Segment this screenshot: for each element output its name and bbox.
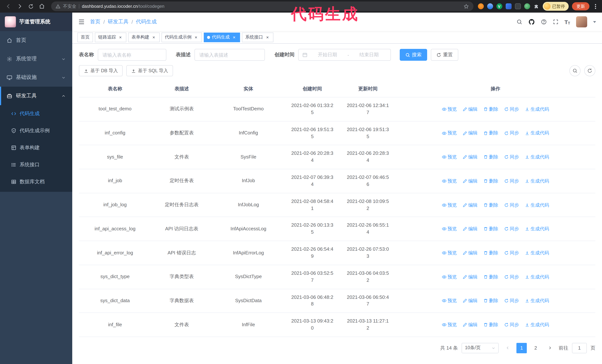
edit-link[interactable]: 编辑: [463, 226, 478, 232]
date-range-picker[interactable]: 开始日期 - 结束日期: [298, 49, 391, 61]
edit-link[interactable]: 编辑: [463, 298, 478, 304]
user-avatar[interactable]: [576, 16, 587, 27]
sync-link[interactable]: 同步: [504, 106, 519, 113]
extension-icon-3[interactable]: V: [496, 3, 502, 9]
browser-home-button[interactable]: [37, 1, 47, 11]
preview-link[interactable]: 预览: [442, 298, 457, 304]
import-sql-button[interactable]: 基于 SQL 导入: [127, 65, 173, 76]
edit-link[interactable]: 编辑: [463, 154, 478, 160]
generate-code-link[interactable]: 生成代码: [525, 273, 549, 280]
table-name-input[interactable]: [98, 49, 166, 61]
generate-code-link[interactable]: 生成代码: [525, 106, 549, 113]
breadcrumb-dev-tools[interactable]: 研发工具: [108, 19, 129, 25]
preview-link[interactable]: 预览: [442, 106, 457, 113]
next-page-button[interactable]: [545, 343, 555, 353]
fullscreen-button[interactable]: [553, 19, 559, 25]
import-db-button[interactable]: 基于 DB 导入: [79, 65, 123, 76]
profile-paused-badge[interactable]: 已暂停: [543, 2, 569, 11]
sidebar-item-system-api[interactable]: 系统接口: [0, 156, 72, 173]
delete-link[interactable]: 删除: [484, 322, 498, 328]
extension-icon-6[interactable]: [524, 3, 530, 9]
delete-link[interactable]: 删除: [484, 273, 498, 280]
edit-link[interactable]: 编辑: [463, 178, 478, 184]
prev-page-button[interactable]: [502, 343, 513, 353]
close-icon[interactable]: ×: [118, 35, 123, 40]
sync-link[interactable]: 同步: [504, 322, 519, 328]
refresh-table-button[interactable]: [584, 65, 595, 76]
generate-code-link[interactable]: 生成代码: [525, 250, 549, 256]
sync-link[interactable]: 同步: [504, 226, 519, 232]
sidebar-item-infrastructure[interactable]: 基础设施: [0, 68, 72, 87]
app-logo[interactable]: 芋道管理系统: [0, 13, 72, 31]
edit-link[interactable]: 编辑: [463, 106, 478, 113]
tab-home[interactable]: 首页: [77, 32, 93, 42]
extensions-puzzle-icon[interactable]: [533, 3, 539, 9]
bookmark-star-icon[interactable]: [463, 3, 469, 9]
sidebar-item-dev-tools[interactable]: 研发工具: [0, 87, 72, 105]
preview-link[interactable]: 预览: [442, 130, 457, 136]
sidebar-item-system-management[interactable]: 系统管理: [0, 50, 72, 68]
delete-link[interactable]: 删除: [484, 106, 498, 113]
extension-icon-1[interactable]: [478, 3, 484, 9]
goto-page-input[interactable]: [572, 343, 587, 353]
preview-link[interactable]: 预览: [442, 226, 457, 232]
header-search-button[interactable]: [516, 19, 522, 25]
generate-code-link[interactable]: 生成代码: [525, 130, 549, 136]
tab-form-builder[interactable]: 表单构建 ×: [128, 32, 160, 42]
page-size-select[interactable]: 10条/页: [462, 343, 499, 353]
tab-trace[interactable]: 链路追踪 ×: [95, 32, 126, 42]
tab-codegen-example[interactable]: 代码生成示例 ×: [161, 32, 202, 42]
breadcrumb-home[interactable]: 首页: [90, 19, 100, 25]
generate-code-link[interactable]: 生成代码: [525, 226, 549, 232]
edit-link[interactable]: 编辑: [463, 250, 478, 256]
sync-link[interactable]: 同步: [504, 130, 519, 136]
sidebar-item-home[interactable]: 首页: [0, 31, 72, 50]
tab-system-api[interactable]: 系统接口 ×: [242, 32, 273, 42]
close-icon[interactable]: ×: [151, 35, 156, 40]
generate-code-link[interactable]: 生成代码: [525, 154, 549, 160]
delete-link[interactable]: 删除: [484, 298, 498, 304]
browser-reload-button[interactable]: [26, 1, 36, 11]
preview-link[interactable]: 预览: [442, 178, 457, 184]
edit-link[interactable]: 编辑: [463, 273, 478, 280]
browser-forward-button[interactable]: [15, 1, 24, 11]
edit-link[interactable]: 编辑: [463, 130, 478, 136]
preview-link[interactable]: 预览: [442, 154, 457, 160]
generate-code-link[interactable]: 生成代码: [525, 298, 549, 304]
delete-link[interactable]: 删除: [484, 178, 498, 184]
sidebar-item-form-builder[interactable]: 表单构建: [0, 139, 72, 156]
help-button[interactable]: [541, 19, 547, 25]
generate-code-link[interactable]: 生成代码: [525, 322, 549, 328]
preview-link[interactable]: 预览: [442, 250, 457, 256]
close-icon[interactable]: ×: [194, 35, 199, 40]
delete-link[interactable]: 删除: [484, 226, 498, 232]
close-icon[interactable]: ×: [265, 35, 270, 40]
toggle-search-button[interactable]: [570, 65, 580, 76]
delete-link[interactable]: 删除: [484, 250, 498, 256]
preview-link[interactable]: 预览: [442, 273, 457, 280]
generate-code-link[interactable]: 生成代码: [525, 178, 549, 184]
page-button-1[interactable]: 1: [516, 343, 527, 353]
browser-back-button[interactable]: [4, 1, 13, 11]
address-bar[interactable]: 不安全 dashboard.yudao.iocoder.cn/tool/code…: [51, 1, 473, 11]
close-icon[interactable]: ×: [232, 35, 237, 40]
edit-link[interactable]: 编辑: [463, 322, 478, 328]
edit-link[interactable]: 编辑: [463, 202, 478, 208]
sync-link[interactable]: 同步: [504, 202, 519, 208]
hamburger-icon[interactable]: [78, 19, 85, 25]
sidebar-item-codegen[interactable]: 代码生成: [0, 105, 72, 122]
caret-down-icon[interactable]: [593, 21, 596, 23]
delete-link[interactable]: 删除: [484, 154, 498, 160]
sidebar-item-codegen-example[interactable]: 代码生成示例: [0, 122, 72, 139]
sync-link[interactable]: 同步: [504, 250, 519, 256]
reset-button[interactable]: 重置: [431, 49, 458, 61]
preview-link[interactable]: 预览: [442, 322, 457, 328]
tab-codegen[interactable]: 代码生成 ×: [204, 32, 240, 42]
sync-link[interactable]: 同步: [504, 154, 519, 160]
generate-code-link[interactable]: 生成代码: [525, 202, 549, 208]
sync-link[interactable]: 同步: [504, 178, 519, 184]
sync-link[interactable]: 同步: [504, 273, 519, 280]
font-size-button[interactable]: TT: [564, 19, 570, 25]
browser-update-button[interactable]: 更新: [572, 2, 589, 10]
extension-icon-2[interactable]: [487, 3, 493, 9]
